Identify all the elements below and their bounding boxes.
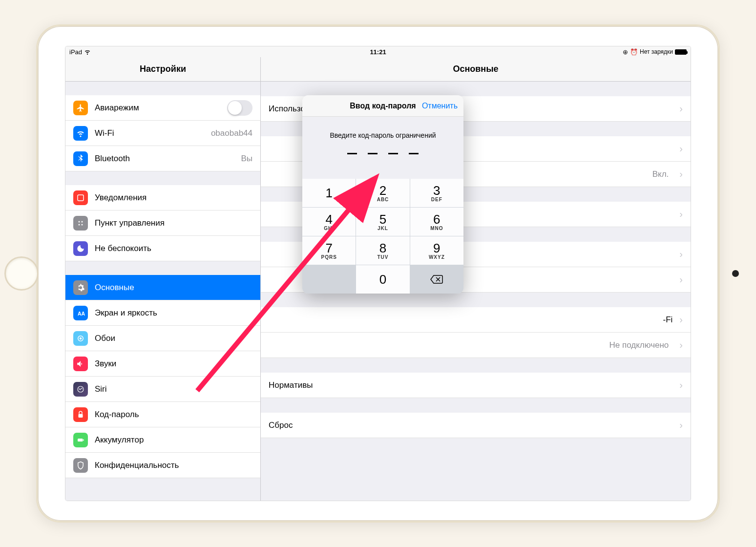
keypad-backspace[interactable] [410,265,463,294]
svg-point-3 [79,224,80,225]
pin-slot [347,153,357,154]
wifi-icon [84,48,91,55]
backspace-icon [430,274,443,284]
sidebar-item-bluetooth[interactable]: BluetoothВы [65,146,260,171]
modal-cancel-button[interactable]: Отменить [422,102,458,110]
status-time: 11:21 [370,48,386,56]
sidebar-item-wallpaper[interactable]: Обои [65,326,260,351]
sidebar-item-label: Основные [95,283,252,293]
svg-rect-11 [83,439,84,441]
status-charging: Нет зарядки [640,48,673,55]
battery-icon [73,433,88,447]
sidebar-item-label: Экран и яркость [95,308,252,318]
detail-value: Не подключено [609,340,669,350]
svg-text:AA: AA [78,310,85,316]
detail-value: Вкл. [652,169,669,179]
wallpaper-icon [73,331,88,346]
modal-title: Ввод код-пароля [350,102,416,110]
airplane-icon [73,101,88,115]
keypad-spacer [302,265,356,294]
notify-icon [73,190,88,205]
chevron-right-icon: › [679,314,683,325]
alarm-icon: ⏰ [630,48,638,56]
privacy-icon [73,458,88,473]
bluetooth-icon [73,151,88,166]
display-icon: AA [73,306,88,320]
detail-row-label: Сброс [269,421,672,430]
sidebar-item-control-center[interactable]: Пункт управления [65,210,260,236]
sidebar-item-passcode[interactable]: Код-пароль [65,402,260,427]
sidebar-item-label: Bluetooth [95,154,234,164]
keypad-key-4[interactable]: 4GHI [302,208,356,236]
sidebar-item-label: Wi-Fi [95,128,204,138]
sidebar-item-notifications[interactable]: Уведомления [65,185,260,210]
keypad-key-6[interactable]: 6MNO [410,208,463,236]
chevron-right-icon: › [679,209,683,220]
chevron-right-icon: › [679,274,683,285]
keypad-key-3[interactable]: 3DEF [410,179,463,207]
sidebar-item-airplane[interactable]: Авиарежим [65,95,260,121]
keypad-key-7[interactable]: 7PQRS [302,236,356,265]
control-icon [73,216,88,231]
sidebar-item-label: Уведомления [95,193,252,203]
svg-rect-0 [78,195,84,201]
chevron-right-icon: › [679,379,683,391]
keypad-key-8[interactable]: 8TUV [356,236,409,265]
pin-slot [388,153,398,154]
detail-row-wifi-sync[interactable]: -Fi › [261,307,691,333]
pin-slots [312,153,454,154]
passcode-modal: Ввод код-пароля Отменить Введите код-пар… [302,95,463,294]
keypad-key-9[interactable]: 9WXYZ [410,236,463,265]
svg-point-1 [79,221,80,222]
battery-icon [675,49,687,55]
sidebar-item-label: Авиарежим [95,103,220,113]
chevron-right-icon: › [679,249,683,260]
sidebar-item-label: Конфиденциальность [95,461,252,470]
camera-dot [732,270,739,277]
sidebar-item-sounds[interactable]: Звуки [65,351,260,377]
keypad-key-2[interactable]: 2ABC [356,179,409,207]
sidebar-item-label: Обои [95,334,252,343]
sidebar-item-general[interactable]: Основные [65,275,260,300]
general-icon [73,280,88,295]
svg-point-2 [82,221,83,222]
wifi-icon [73,126,88,141]
detail-row-vpn[interactable]: Не подключено › [261,333,691,358]
detail-title: Основные [261,57,691,82]
settings-sidebar: Настройки АвиарежимWi-Fiobaobab44Bluetoo… [65,57,261,501]
detail-row-regulatory[interactable]: Нормативы › [261,373,691,398]
dnd-icon [73,241,88,256]
keypad-key-1[interactable]: 1 [302,179,356,207]
orientation-lock-icon: ⊕ [623,48,628,56]
chevron-right-icon: › [679,168,683,180]
svg-point-4 [82,224,83,225]
sidebar-item-label: Не беспокоить [95,244,252,253]
sidebar-item-battery[interactable]: Аккумулятор [65,427,260,453]
sidebar-item-display[interactable]: AAЭкран и яркость [65,300,260,326]
chevron-right-icon: › [679,143,683,154]
sidebar-item-label: Siri [95,384,252,394]
keypad-key-0[interactable]: 0 [356,265,409,294]
detail-row-reset[interactable]: Сброс › [261,413,691,438]
sidebar-item-privacy[interactable]: Конфиденциальность [65,453,260,478]
keypad-key-5[interactable]: 5JKL [356,208,409,236]
detail-row-label: -Fi [269,315,672,325]
sidebar-item-siri[interactable]: Siri [65,377,260,402]
sounds-icon [73,357,88,371]
sidebar-item-value: obaobab44 [211,128,252,138]
siri-icon [73,382,88,397]
sidebar-item-wifi[interactable]: Wi-Fiobaobab44 [65,121,260,146]
chevron-right-icon: › [679,103,683,114]
home-button[interactable] [4,256,39,291]
toggle-switch[interactable] [227,100,252,116]
sidebar-item-label: Звуки [95,359,252,369]
svg-rect-9 [79,414,83,418]
svg-point-7 [80,337,82,339]
status-bar: iPad 11:21 ⊕ ⏰ Нет зарядки [65,46,691,57]
sidebar-item-label: Пункт управления [95,218,252,228]
status-device: iPad [69,48,82,56]
pin-slot [409,153,419,154]
sidebar-item-do-not-disturb[interactable]: Не беспокоить [65,236,260,261]
sidebar-item-label: Код-пароль [95,410,252,420]
sidebar-title: Настройки [65,57,260,82]
